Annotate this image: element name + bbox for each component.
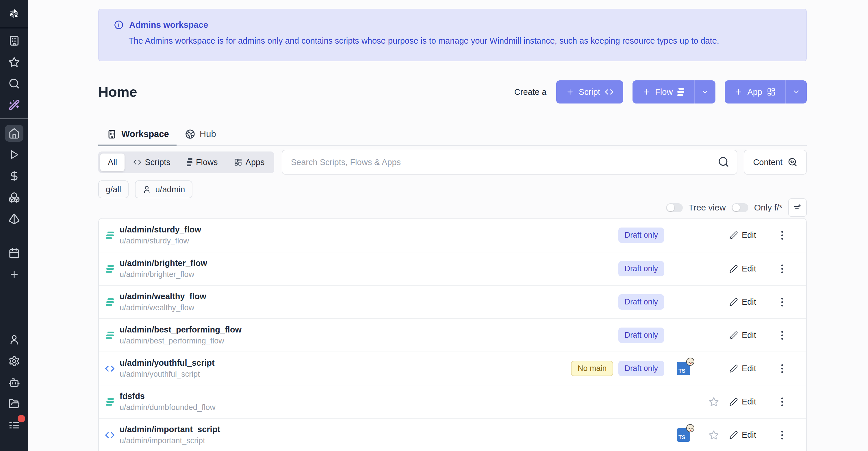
segment-all[interactable]: All (100, 153, 125, 171)
edit-button[interactable]: Edit (726, 394, 759, 409)
sidebar-item-user[interactable] (0, 329, 28, 351)
kebab-menu-button[interactable] (779, 362, 785, 375)
list-item[interactable]: u/admin/best_performing_flowu/admin/best… (99, 318, 806, 352)
create-flow-dropdown[interactable] (694, 80, 715, 103)
star-button[interactable] (709, 397, 719, 407)
search-input[interactable] (282, 150, 738, 175)
kebab-menu-button[interactable] (779, 229, 785, 242)
home-icon (5, 125, 23, 142)
sidebar-item-audit-logs[interactable] (0, 415, 28, 436)
edit-label: Edit (742, 264, 756, 273)
typescript-bun-icon: TS (677, 362, 690, 375)
windmill-logo-icon[interactable] (0, 0, 28, 28)
sidebar-item-favorites[interactable] (0, 52, 28, 73)
list-item[interactable]: u/admin/brighter_flowu/admin/brighter_fl… (99, 252, 806, 285)
sidebar-divider (0, 119, 28, 119)
segment-apps[interactable]: Apps (226, 153, 272, 171)
list-item[interactable]: u/admin/youthful_scriptu/admin/youthful_… (99, 352, 806, 385)
item-title[interactable]: u/admin/brighter_flow (120, 259, 207, 268)
create-script-button[interactable]: Script (556, 80, 623, 103)
banner-title: Admins workspace (129, 20, 208, 30)
filter-list-button[interactable] (788, 198, 807, 217)
create-plus-icon (9, 269, 19, 279)
filter-plus-icon (793, 203, 802, 212)
view-options: Tree view Only f/* (98, 201, 807, 214)
triggers-pyramid-icon (8, 213, 20, 224)
item-title[interactable]: u/admin/youthful_script (120, 358, 215, 368)
item-title[interactable]: fdsfds (120, 391, 216, 401)
sidebar-item-variables[interactable] (0, 166, 28, 187)
edit-button[interactable]: Edit (726, 427, 759, 443)
list-item[interactable]: u/admin/wealthy_flowu/admin/wealthy_flow… (99, 285, 806, 318)
sidebar-item-settings[interactable] (0, 351, 28, 372)
create-app-dropdown[interactable] (786, 80, 807, 103)
filter-toolbar: All Scripts Flows Apps Content (98, 150, 807, 175)
sidebar-item-folders[interactable] (0, 393, 28, 415)
edit-button[interactable]: Edit (726, 261, 759, 276)
search-icon (8, 78, 20, 89)
segment-flows-label: Flows (196, 157, 218, 167)
kebab-menu-button[interactable] (779, 428, 785, 442)
sidebar-item-create[interactable] (0, 264, 28, 285)
kebab-menu-button[interactable] (779, 329, 785, 342)
star-button[interactable] (709, 430, 719, 440)
segment-scripts[interactable]: Scripts (126, 153, 178, 171)
sidebar-item-runs[interactable] (0, 144, 28, 166)
pencil-icon (729, 331, 738, 340)
tab-workspace[interactable]: Workspace (98, 129, 177, 145)
sidebar-divider (0, 28, 28, 28)
chip-group-all[interactable]: g/all (98, 180, 129, 198)
variables-dollar-icon (8, 170, 20, 182)
item-path: u/admin/youthful_script (120, 370, 215, 379)
workspace-building-icon (8, 35, 20, 47)
edit-button[interactable]: Edit (726, 328, 759, 343)
item-title[interactable]: u/admin/important_script (120, 425, 220, 434)
edit-button[interactable]: Edit (726, 361, 759, 376)
bun-icon (686, 358, 694, 366)
code-icon (133, 158, 141, 166)
sidebar-item-schedules[interactable] (0, 242, 28, 264)
list-item[interactable]: fdsfdsu/admin/dumbfounded_flow Edit (99, 385, 806, 418)
edit-button[interactable]: Edit (726, 294, 759, 310)
chip-user-admin-label: u/admin (155, 185, 185, 194)
edit-button[interactable]: Edit (726, 228, 759, 243)
item-title[interactable]: u/admin/best_performing_flow (120, 325, 242, 334)
pencil-icon (729, 265, 738, 273)
chip-user-admin[interactable]: u/admin (135, 180, 192, 198)
workspace-building-icon (107, 129, 117, 139)
pencil-icon (729, 231, 738, 240)
list-item[interactable]: u/admin/important_scriptu/admin/importan… (99, 418, 806, 451)
search-code-icon (788, 157, 798, 167)
list-item[interactable]: u/admin/sturdy_flowu/admin/sturdy_flow D… (99, 218, 806, 252)
kebab-menu-button[interactable] (779, 296, 785, 309)
tab-hub[interactable]: Hub (177, 129, 224, 145)
tree-view-toggle[interactable] (666, 203, 683, 212)
no-main-badge: No main (571, 361, 614, 376)
sidebar-item-workspace[interactable] (0, 30, 28, 52)
edit-label: Edit (742, 231, 756, 240)
create-flow-label: Flow (655, 87, 673, 97)
sidebar-item-workers[interactable] (0, 372, 28, 393)
segment-flows[interactable]: Flows (179, 153, 225, 171)
admins-workspace-banner: Admins workspace The Admins workspace is… (98, 9, 807, 61)
banner-body: The Admins workspace is for admins only … (129, 36, 791, 46)
plus-icon (642, 88, 650, 96)
content-search-button[interactable]: Content (744, 150, 807, 175)
item-title[interactable]: u/admin/sturdy_flow (120, 225, 201, 235)
create-app-main[interactable]: App (725, 80, 785, 103)
chevron-down-icon (792, 88, 800, 96)
notification-dot (18, 415, 25, 422)
audit-logs-list-icon (8, 420, 20, 431)
create-flow-main[interactable]: Flow (632, 80, 694, 103)
item-title[interactable]: u/admin/wealthy_flow (120, 292, 206, 301)
sidebar-item-ai[interactable] (0, 94, 28, 116)
sidebar-item-resources[interactable] (0, 187, 28, 208)
kebab-menu-button[interactable] (779, 395, 785, 409)
sidebar-item-triggers[interactable] (0, 208, 28, 230)
page-title: Home (98, 84, 137, 100)
only-folders-toggle[interactable] (732, 203, 748, 212)
chevron-down-icon (701, 88, 709, 96)
kebab-menu-button[interactable] (779, 262, 785, 275)
sidebar-item-home[interactable] (0, 123, 28, 144)
sidebar-item-search[interactable] (0, 73, 28, 94)
